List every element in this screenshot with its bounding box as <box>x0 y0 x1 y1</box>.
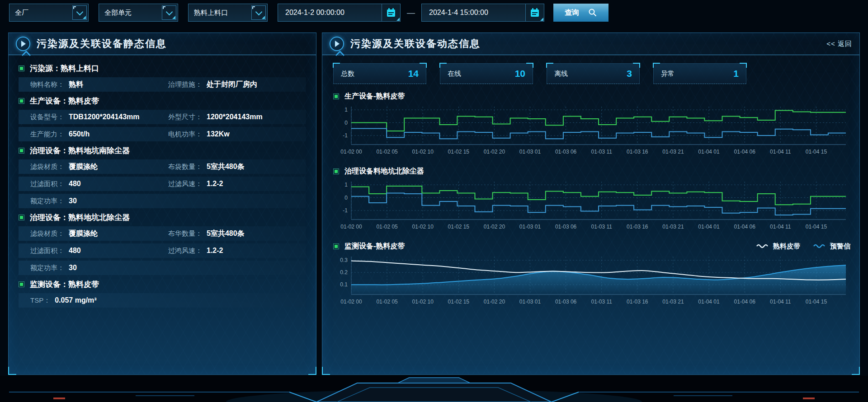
dynamic-panel-header: 污染源及关联设备动态信息 << 返回 <box>322 33 859 55</box>
stat-value: 3 <box>627 68 632 79</box>
info-row: 滤袋材质：覆膜涤纶布袋数量：5室共480条 <box>19 159 306 174</box>
svg-text:01-04 15: 01-04 15 <box>806 299 827 305</box>
info-row: 额定功率：30 <box>19 194 306 208</box>
chevron-down-icon[interactable] <box>251 5 266 20</box>
svg-text:01-04 11: 01-04 11 <box>770 149 791 155</box>
svg-text:01-02 15: 01-02 15 <box>448 149 470 155</box>
chart-canvas: 10-101-02 0001-02 0501-02 1001-02 1501-0… <box>333 103 849 159</box>
factory-select[interactable]: 全厂 <box>9 4 89 22</box>
field-label: 过鸿风速： <box>168 247 202 255</box>
field-value: TDB1200*204143mm <box>69 113 140 121</box>
chevron-down-icon[interactable] <box>162 5 176 20</box>
svg-text:01-03 06: 01-03 06 <box>555 149 577 155</box>
svg-text:01-02 10: 01-02 10 <box>412 299 434 305</box>
svg-text:01-04 06: 01-04 06 <box>734 224 756 230</box>
section-bullet-icon <box>19 215 24 220</box>
info-cell: 治理措施：处于封闭厂房内 <box>168 80 306 89</box>
field-label: 布袋数量： <box>168 163 202 171</box>
section-label: 治理设备：熟料地坑北除尘器 <box>30 212 130 223</box>
legend-label: 熟料皮带 <box>773 242 800 251</box>
info-cell: 额定功率：30 <box>30 264 168 272</box>
svg-text:01-03 11: 01-03 11 <box>591 299 612 305</box>
chart-title-row: 治理设备料地坑北除尘器 <box>333 164 850 178</box>
info-row: 过滤面积：480过鸿风速：1.2-2 <box>19 243 306 258</box>
svg-text:01-02 05: 01-02 05 <box>376 224 398 230</box>
stat-card: 离线3 <box>547 63 640 84</box>
svg-text:0: 0 <box>344 195 348 201</box>
query-button[interactable]: 查询 <box>553 4 609 22</box>
section-label: 污染源：熟料上料口 <box>30 63 99 74</box>
source-select-value: 熟料上料口 <box>194 9 228 17</box>
dynamic-info-panel: 污染源及关联设备动态信息 << 返回 总数14在线10离线3异常1 生产设备-熟… <box>322 33 860 375</box>
svg-text:01-04 01: 01-04 01 <box>698 224 720 230</box>
chevron-down-icon[interactable] <box>72 5 87 20</box>
info-cell: 设备型号：TDB1200*204143mm <box>30 113 168 122</box>
info-cell: 外型尺寸：1200*204143mm <box>168 113 306 122</box>
source-select[interactable]: 熟料上料口 <box>188 4 268 22</box>
start-date-input[interactable]: 2024-1-2 00:00:00 <box>278 4 401 22</box>
info-row: 滤袋材质：覆膜涤纶布华数量：5室共480条 <box>19 226 306 241</box>
field-value: 覆膜涤纶 <box>69 229 98 238</box>
unit-select[interactable]: 全部单元 <box>99 4 178 22</box>
svg-text:01-03 16: 01-03 16 <box>627 224 648 230</box>
info-cell: 滤袋材质：覆膜涤纶 <box>30 162 168 172</box>
static-info-panel: 污染源及关联设备静态信息 污染源：熟料上料口物料名称：熟料治理措施：处于封闭厂房… <box>8 33 316 375</box>
end-date-input[interactable]: 2024-1-4 15:00:00 <box>421 4 544 22</box>
static-info-list: 污染源：熟料上料口物料名称：熟料治理措施：处于封闭厂房内生产设备：熟料皮带设备型… <box>9 55 316 309</box>
device-stats-row: 总数14在线10离线3异常1 <box>322 55 859 88</box>
svg-text:01-03 11: 01-03 11 <box>591 149 612 155</box>
field-value: 30 <box>69 197 77 205</box>
play-icon <box>330 37 344 51</box>
legend-item[interactable]: 预警信 <box>813 242 850 251</box>
info-cell: 电机功率：132Kw <box>168 130 306 139</box>
field-label: 外型尺寸： <box>168 113 202 122</box>
stat-label: 离线 <box>554 70 568 78</box>
svg-text:01-02 10: 01-02 10 <box>412 224 434 230</box>
unit-select-value: 全部单元 <box>104 9 132 17</box>
chart-plot: 0.30.20.101-02 0001-02 0501-02 1001-02 1… <box>333 253 850 311</box>
svg-text:01-04 01: 01-04 01 <box>698 299 720 305</box>
svg-text:01-04 06: 01-04 06 <box>734 149 756 155</box>
field-label: 滤袋材质： <box>30 163 64 171</box>
legend-item[interactable]: 熟料皮带 <box>756 242 800 251</box>
field-value: 1200*204143mm <box>207 113 263 121</box>
info-cell: 布华数量：5室共480条 <box>168 229 306 238</box>
chart-plot: 10-101-02 0001-02 0501-02 1001-02 1501-0… <box>333 103 850 161</box>
calendar-icon[interactable] <box>382 4 400 21</box>
end-date-value: 2024-1-4 15:00:00 <box>429 9 488 17</box>
field-value: 5室共480条 <box>207 162 245 172</box>
field-value: 480 <box>69 247 81 255</box>
section-label: 治理设备：熟料地坑南除尘器 <box>30 145 130 156</box>
stat-card: 总数14 <box>333 63 426 84</box>
bottom-decoration <box>0 376 868 402</box>
chart-title: 监测设备-熟料皮带 <box>344 242 405 251</box>
svg-text:01-03 21: 01-03 21 <box>662 299 684 305</box>
back-button[interactable]: << 返回 <box>826 40 852 48</box>
svg-text:01-04 01: 01-04 01 <box>698 149 720 155</box>
search-icon <box>588 8 597 17</box>
field-label: 布华数量： <box>168 229 202 238</box>
field-value: 480 <box>69 180 81 188</box>
query-button-label: 查询 <box>565 8 579 18</box>
field-label: 物料名称： <box>30 80 64 89</box>
field-label: 额定功率： <box>30 264 64 272</box>
svg-text:0.2: 0.2 <box>340 269 348 276</box>
stat-value: 10 <box>515 68 525 79</box>
field-value: 1.2-2 <box>207 180 223 188</box>
section-bullet-icon <box>19 65 24 71</box>
info-row: 额定功率：30 <box>19 261 306 275</box>
info-row: 设备型号：TDB1200*204143mm外型尺寸：1200*204143mm <box>19 110 306 124</box>
svg-text:01-04 15: 01-04 15 <box>806 149 827 155</box>
field-value: 熟料 <box>69 80 83 89</box>
field-label: 生产能力： <box>30 130 64 139</box>
section-label: 生产设备：熟料皮带 <box>30 96 99 106</box>
svg-text:-1: -1 <box>343 132 348 139</box>
svg-text:01-04 11: 01-04 11 <box>770 224 791 230</box>
info-cell: 布袋数量：5室共480条 <box>168 162 306 172</box>
svg-text:01-02 20: 01-02 20 <box>484 224 505 230</box>
section-bullet-icon <box>19 148 24 154</box>
svg-text:01-04 06: 01-04 06 <box>734 299 756 305</box>
field-label: 滤袋材质： <box>30 229 64 238</box>
calendar-icon[interactable] <box>525 4 544 21</box>
svg-text:01-02 10: 01-02 10 <box>412 149 434 155</box>
